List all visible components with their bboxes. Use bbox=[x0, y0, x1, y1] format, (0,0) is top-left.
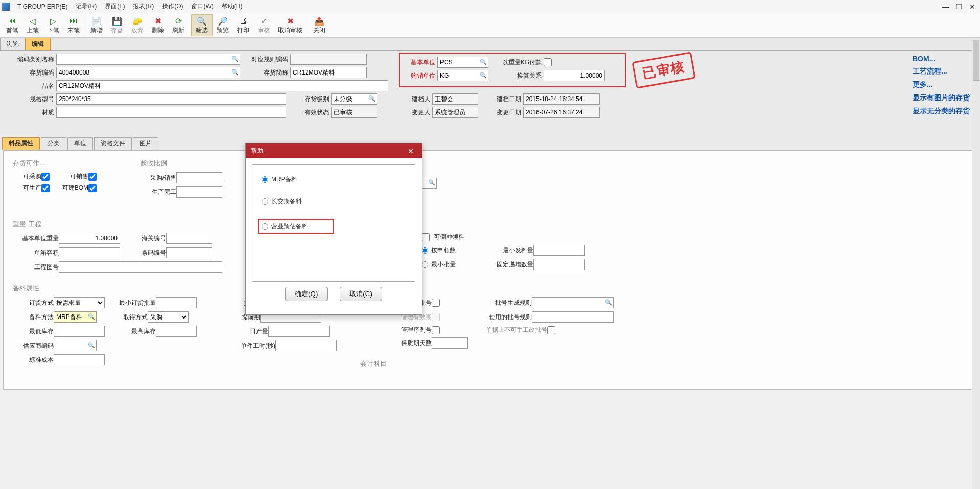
tool-first[interactable]: ⏮首笔 bbox=[2, 14, 22, 36]
tool-next[interactable]: ▷下笔 bbox=[43, 14, 63, 36]
app-icon bbox=[2, 3, 10, 11]
dialog-ok-button[interactable]: 确定(Q) bbox=[285, 287, 328, 301]
input-min-stock[interactable] bbox=[54, 326, 105, 337]
search-icon[interactable]: 🔍 bbox=[87, 312, 96, 321]
checkbox-weight-pay[interactable] bbox=[544, 58, 552, 66]
input-daily-out[interactable] bbox=[268, 326, 330, 337]
checkbox-reverse-pick[interactable] bbox=[422, 233, 430, 241]
input-box-cap[interactable] bbox=[59, 247, 120, 258]
label-bom: 可建BOM bbox=[60, 184, 88, 192]
search-icon[interactable]: 🔍 bbox=[479, 58, 487, 66]
search-icon[interactable]: 🔍 bbox=[604, 298, 613, 306]
select-acquire[interactable]: 采购 bbox=[148, 311, 189, 323]
input-used-rule[interactable] bbox=[532, 311, 614, 323]
input-stock-code[interactable] bbox=[56, 67, 240, 78]
tool-close[interactable]: 📤关闭 bbox=[309, 14, 330, 36]
link-show-unclassified[interactable]: 显示无分类的存货 bbox=[913, 107, 970, 116]
dtab-unit[interactable]: 单位 bbox=[67, 137, 93, 150]
input-shelf-days[interactable] bbox=[432, 337, 468, 349]
dialog-cancel-button[interactable]: 取消(C) bbox=[340, 287, 382, 301]
tool-preview[interactable]: 🔎预览 bbox=[213, 14, 233, 36]
menu-operation[interactable]: 操作(O) bbox=[159, 1, 186, 12]
link-bom[interactable]: BOM... bbox=[913, 55, 970, 63]
input-std-cost[interactable] bbox=[54, 354, 105, 365]
radio-long-lead[interactable] bbox=[262, 198, 268, 205]
label-manage-serial: 管理序列号 bbox=[391, 326, 432, 334]
tool-last[interactable]: ⏭末笔 bbox=[63, 14, 84, 36]
minimize-icon[interactable]: — bbox=[940, 2, 951, 11]
tool-prev[interactable]: ◁上笔 bbox=[22, 14, 43, 36]
input-convert[interactable] bbox=[544, 70, 605, 81]
tab-edit[interactable]: 编辑 bbox=[25, 38, 51, 50]
input-batch-rule[interactable] bbox=[532, 297, 614, 308]
input-unit-time[interactable] bbox=[275, 340, 337, 351]
checkbox-manage-serial[interactable] bbox=[432, 326, 440, 334]
maximize-icon[interactable]: ❐ bbox=[953, 2, 965, 11]
input-spec[interactable] bbox=[56, 93, 286, 105]
link-process[interactable]: 工艺流程... bbox=[913, 67, 970, 76]
checkbox-sellable[interactable] bbox=[88, 173, 97, 181]
input-customs[interactable] bbox=[166, 233, 212, 244]
dialog-close-icon[interactable]: ✕ bbox=[405, 147, 416, 155]
dtab-category[interactable]: 分类 bbox=[41, 137, 66, 150]
dtab-attr[interactable]: 料品属性 bbox=[2, 137, 40, 150]
option-long-lead[interactable]: 长交期备料 bbox=[262, 197, 406, 206]
menu-help[interactable]: 帮助(H) bbox=[219, 1, 246, 12]
link-more[interactable]: 更多... bbox=[913, 80, 970, 89]
radio-forecast[interactable] bbox=[262, 223, 268, 230]
option-forecast[interactable]: 营业预估备料 bbox=[258, 219, 334, 234]
tool-unapprove[interactable]: ✖取消审核 bbox=[274, 14, 307, 36]
section-overrecv: 超收比例 bbox=[141, 159, 243, 168]
tool-filter[interactable]: 🔍筛选 bbox=[191, 14, 213, 36]
tool-save[interactable]: 💾存盘 bbox=[107, 14, 127, 36]
tool-print[interactable]: 🖨打印 bbox=[233, 14, 253, 36]
input-min-order[interactable] bbox=[156, 297, 197, 308]
input-fix-incr[interactable] bbox=[533, 259, 585, 270]
label-customs: 海关编号 bbox=[130, 234, 166, 243]
label-spec: 规格型号 bbox=[5, 95, 54, 104]
checkbox-producible[interactable] bbox=[41, 184, 50, 192]
link-show-with-image[interactable]: 显示有图片的存货 bbox=[913, 93, 970, 103]
tool-approve[interactable]: ✔审核 bbox=[253, 14, 274, 36]
input-max-stock[interactable] bbox=[156, 326, 197, 337]
search-icon[interactable]: 🔍 bbox=[231, 55, 239, 63]
checkbox-no-manual[interactable] bbox=[547, 326, 555, 334]
tab-browse[interactable]: 浏览 bbox=[0, 38, 26, 50]
search-icon[interactable]: 🔍 bbox=[87, 341, 96, 349]
radio-min-batch[interactable] bbox=[422, 261, 428, 268]
search-icon[interactable]: 🔍 bbox=[428, 179, 436, 187]
menu-view[interactable]: 界面(F) bbox=[102, 1, 128, 12]
tool-delete[interactable]: ✖删除 bbox=[148, 14, 168, 36]
menu-record[interactable]: 记录(R) bbox=[73, 1, 100, 12]
radio-mrp[interactable] bbox=[262, 176, 268, 183]
close-icon[interactable]: ✕ bbox=[967, 2, 978, 11]
checkbox-bom[interactable] bbox=[88, 184, 97, 192]
input-barcode[interactable] bbox=[166, 247, 212, 258]
tool-refresh[interactable]: ⟳刷新 bbox=[168, 14, 189, 36]
option-mrp[interactable]: MRP备料 bbox=[262, 175, 406, 184]
input-name[interactable] bbox=[56, 80, 388, 91]
input-material[interactable] bbox=[56, 107, 286, 118]
menu-report[interactable]: 报表(R) bbox=[130, 1, 157, 12]
tool-discard[interactable]: 🧽放弃 bbox=[127, 14, 148, 36]
input-purchase-sale[interactable] bbox=[176, 172, 222, 183]
dtab-image[interactable]: 图片 bbox=[133, 137, 158, 150]
input-min-issue[interactable] bbox=[533, 244, 585, 256]
input-eng-draw[interactable] bbox=[59, 261, 222, 273]
checkbox-manage-batch[interactable] bbox=[432, 299, 440, 307]
input-code-class[interactable] bbox=[56, 54, 240, 65]
search-icon[interactable]: 🔍 bbox=[231, 68, 239, 76]
scrollbar-thumb[interactable] bbox=[973, 40, 979, 81]
checkbox-purchasable[interactable] bbox=[41, 173, 50, 181]
input-base-weight[interactable] bbox=[59, 233, 120, 244]
radio-by-apply[interactable] bbox=[422, 247, 428, 254]
input-stock-short[interactable] bbox=[290, 67, 367, 78]
search-icon[interactable]: 🔍 bbox=[479, 71, 487, 79]
search-icon[interactable]: 🔍 bbox=[368, 94, 376, 103]
input-prod-done[interactable] bbox=[176, 186, 222, 198]
select-order-method[interactable]: 按需求量 bbox=[54, 297, 105, 308]
menu-window[interactable]: 窗口(W) bbox=[188, 1, 216, 12]
dtab-qualify[interactable]: 资格文件 bbox=[94, 137, 132, 150]
tool-new[interactable]: 📄新增 bbox=[86, 14, 107, 36]
vertical-scrollbar[interactable] bbox=[972, 40, 980, 390]
